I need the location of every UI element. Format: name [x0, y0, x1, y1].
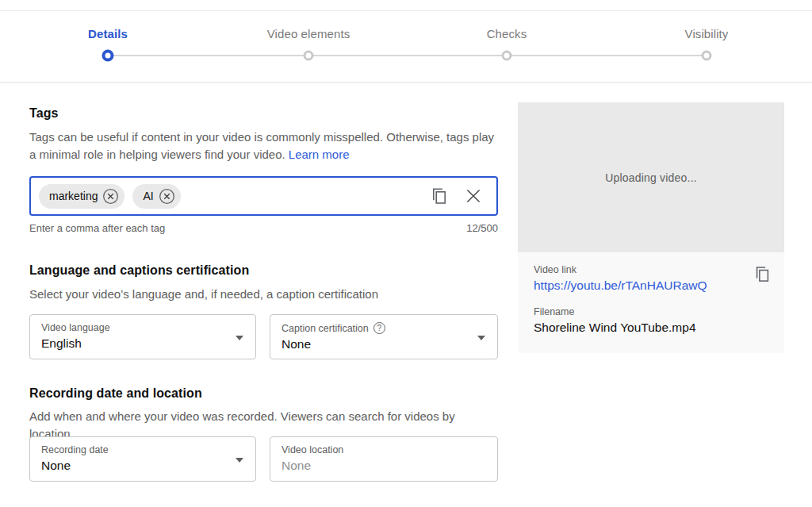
help-icon[interactable]: ?: [373, 322, 385, 334]
step-label: Video elements: [267, 27, 350, 40]
video-location-field[interactable]: Video location None: [270, 436, 498, 482]
tags-input[interactable]: marketing AI: [29, 176, 498, 216]
step-label: Checks: [487, 27, 527, 40]
copy-link-icon[interactable]: [753, 265, 772, 283]
clear-tags-icon[interactable]: [463, 186, 484, 206]
caption-certification-value: None: [282, 337, 486, 351]
step-label: Details: [88, 27, 128, 40]
language-description: Select your video’s language and, if nee…: [29, 286, 498, 303]
video-location-placeholder: None: [282, 459, 486, 473]
video-link-url[interactable]: https://youtu.be/rTAnHAURawQ: [534, 278, 768, 293]
video-location-label: Video location: [282, 444, 486, 455]
tags-description: Tags can be useful if content in your vi…: [29, 129, 498, 163]
language-heading: Language and captions certification: [29, 263, 249, 278]
upload-stepper: Details Video elements Checks Visibility: [0, 11, 812, 83]
step-dot-icon: [102, 50, 114, 62]
copy-tags-icon[interactable]: [430, 186, 449, 205]
video-preview-panel: Uploading video...: [518, 102, 784, 252]
video-language-label: Video language: [41, 322, 244, 333]
upload-status-text: Uploading video...: [605, 171, 697, 184]
filename-label: Filename: [534, 306, 768, 317]
filename-value: Shoreline Wind YouTube.mp4: [534, 321, 768, 335]
step-dot-icon: [304, 51, 314, 61]
caption-certification-label: Caption certification: [282, 323, 369, 334]
stepper-track: [108, 55, 707, 56]
caption-certification-dropdown[interactable]: Caption certification ? None: [270, 314, 498, 359]
chevron-down-icon: [477, 336, 485, 340]
video-language-dropdown[interactable]: Video language English: [29, 314, 256, 359]
step-dot-icon: [702, 51, 712, 61]
remove-tag-icon[interactable]: [159, 188, 175, 205]
video-info-panel: Video link https://youtu.be/rTAnHAURawQ …: [518, 252, 784, 353]
chevron-down-icon: [236, 336, 243, 340]
recording-date-dropdown[interactable]: Recording date None: [29, 436, 256, 482]
recording-date-label: Recording date: [41, 444, 244, 455]
tag-chip: AI: [132, 184, 180, 209]
tag-actions: [430, 186, 484, 206]
tags-helper-row: Enter a comma after each tag 12/500: [29, 222, 498, 234]
remove-tag-icon[interactable]: [102, 188, 119, 205]
learn-more-link[interactable]: Learn more: [289, 148, 350, 161]
step-label: Visibility: [685, 27, 729, 40]
chevron-down-icon: [236, 458, 243, 463]
tags-description-text: Tags can be useful if content in your vi…: [29, 130, 494, 161]
recording-date-value: None: [41, 459, 244, 473]
tags-helper-text: Enter a comma after each tag: [29, 222, 165, 234]
upload-details-dialog: Details Video elements Checks Visibility…: [0, 0, 812, 507]
step-dot-icon: [502, 51, 512, 61]
recording-heading: Recording date and location: [29, 386, 202, 401]
tag-chip: marketing: [39, 184, 124, 209]
video-link-label: Video link: [534, 264, 768, 275]
video-language-value: English: [41, 336, 244, 351]
tag-chip-label: marketing: [49, 190, 98, 202]
tags-heading: Tags: [29, 106, 59, 121]
tag-chip-label: AI: [143, 190, 153, 202]
tags-char-count: 12/500: [466, 222, 498, 234]
